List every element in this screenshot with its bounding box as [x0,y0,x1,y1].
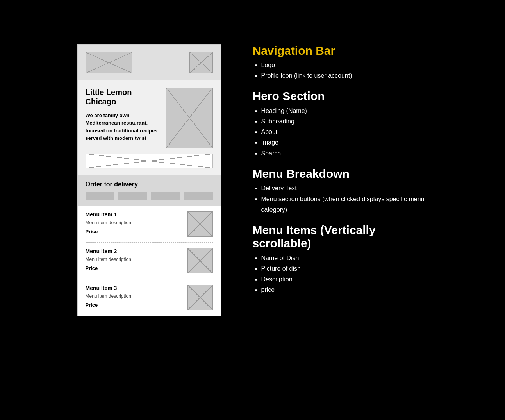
annotation-list-item: Image [261,137,428,148]
phone-wireframe: Little Lemon Chicago We are family own M… [77,44,221,316]
menu-item: Menu Item 1 Menu item description Price [86,206,213,243]
menu-item-price: Price [86,302,183,308]
hero-title: Little Lemon Chicago [86,88,161,106]
menu-item-name: Menu Item 3 [86,285,183,291]
nav-logo-placeholder [86,52,132,73]
annotation-list-item: Name of Dish [261,253,428,263]
menu-item: Menu Item 2 Menu item description Price [86,243,213,279]
hero-description: We are family own Mediterranean restaura… [86,112,161,142]
menu-items-annotation-title: Menu Items (Vertically scrollable) [253,223,428,250]
delivery-title: Order for delivery [86,181,213,188]
menu-item: Menu Item 3 Menu item description Price [86,279,213,316]
menu-item-desc: Menu item description [86,257,183,262]
menu-item-price: Price [86,229,183,234]
hero-search-box[interactable] [86,154,213,168]
nav-bar-annotation-list: Logo Profile Icon (link to user account) [253,60,428,81]
annotation-list-item: Heading (Name) [261,105,428,116]
hero-top: Little Lemon Chicago We are family own M… [86,88,213,148]
hero-text: Little Lemon Chicago We are family own M… [86,88,166,142]
menu-breakdown-annotation: Menu Breakdown Delivery Text Menu sectio… [253,167,428,215]
menu-btn-4[interactable] [184,192,213,200]
menu-breakdown-section: Order for delivery [78,175,221,206]
menu-item-info: Menu Item 3 Menu item description Price [86,285,187,308]
hero-section-annotation: Hero Section Heading (Name) Subheading A… [253,89,428,158]
menu-btn-1[interactable] [86,192,114,200]
hero-section: Little Lemon Chicago We are family own M… [78,80,221,175]
nav-bar-annotation-title: Navigation Bar [253,44,428,58]
menu-section-buttons [86,192,213,200]
menu-items-section: Menu Item 1 Menu item description Price … [78,206,221,316]
menu-item-info: Menu Item 1 Menu item description Price [86,211,187,234]
menu-item-image [187,248,213,273]
menu-item-image [187,211,213,237]
annotation-list-item: About [261,127,428,137]
menu-item-image [187,285,213,310]
annotation-list-item: Picture of dish [261,263,428,274]
menu-item-name: Menu Item 1 [86,211,183,218]
annotations-panel: Navigation Bar Logo Profile Icon (link t… [241,44,428,304]
annotation-list-item: Profile Icon (link to user account) [261,70,428,81]
menu-items-annotation-list: Name of Dish Picture of dish Description… [253,253,428,295]
menu-item-name: Menu Item 2 [86,248,183,254]
nav-profile-placeholder [189,52,213,73]
menu-breakdown-annotation-title: Menu Breakdown [253,167,428,181]
hero-section-annotation-list: Heading (Name) Subheading About Image Se… [253,105,428,159]
annotation-list-item: Search [261,148,428,159]
annotation-list-item: Logo [261,60,428,70]
menu-btn-3[interactable] [151,192,180,200]
annotation-list-item: price [261,284,428,295]
annotation-list-item: Subheading [261,116,428,127]
hero-image-placeholder [166,88,213,148]
main-container: Little Lemon Chicago We are family own M… [77,44,428,376]
hero-section-annotation-title: Hero Section [253,89,428,103]
menu-items-annotation: Menu Items (Vertically scrollable) Name … [253,223,428,295]
menu-item-desc: Menu item description [86,293,183,299]
nav-bar-annotation: Navigation Bar Logo Profile Icon (link t… [253,44,428,81]
menu-item-desc: Menu item description [86,220,183,225]
menu-btn-2[interactable] [118,192,147,200]
menu-item-price: Price [86,265,183,271]
menu-item-info: Menu Item 2 Menu item description Price [86,248,187,271]
annotation-list-item: Delivery Text [261,183,428,193]
annotation-list-item: Description [261,274,428,284]
annotation-list-item: Menu section buttons (when clicked displ… [261,194,428,215]
nav-bar-section [78,45,221,80]
menu-breakdown-annotation-list: Delivery Text Menu section buttons (when… [253,183,428,215]
